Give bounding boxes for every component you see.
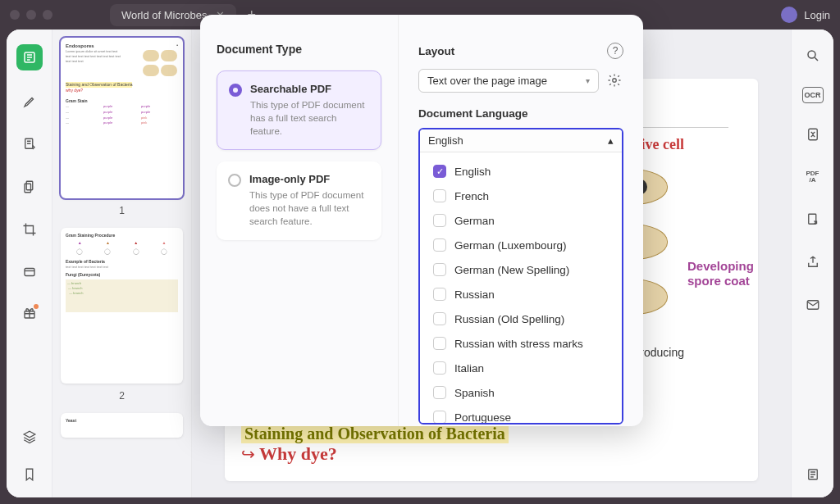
ocr-settings-dialog: Document Type Searchable PDF This type o… bbox=[200, 15, 643, 426]
svg-rect-9 bbox=[808, 214, 815, 224]
layout-select[interactable]: Text over the page image ▾ bbox=[418, 69, 599, 93]
language-label: Russian (Old Spelling) bbox=[454, 313, 564, 325]
reader-mode-icon[interactable] bbox=[16, 44, 43, 70]
checkbox-icon[interactable] bbox=[433, 361, 446, 375]
language-dropdown-list: ✓ English French German German (Luxembou… bbox=[420, 152, 622, 423]
language-option-english[interactable]: ✓ English bbox=[420, 159, 622, 184]
checkbox-icon[interactable] bbox=[433, 312, 446, 325]
bookmark-icon[interactable] bbox=[18, 463, 41, 486]
layout-select-value: Text over the page image bbox=[427, 75, 547, 87]
thumbnail-page-number-1: 1 bbox=[61, 205, 183, 216]
language-option-french[interactable]: French bbox=[420, 184, 622, 208]
svg-point-12 bbox=[613, 78, 617, 82]
crop-icon[interactable] bbox=[18, 218, 41, 241]
document-language-label: Document Language bbox=[418, 107, 623, 120]
language-label: Italian bbox=[454, 362, 484, 375]
language-option-russian-stress[interactable]: Russian with stress marks bbox=[420, 331, 622, 356]
copy-pages-icon[interactable] bbox=[18, 175, 41, 198]
mail-icon[interactable] bbox=[801, 293, 824, 316]
checkbox-icon[interactable] bbox=[433, 386, 446, 399]
zoom-window-button[interactable] bbox=[43, 10, 52, 20]
checkbox-icon[interactable] bbox=[433, 337, 446, 350]
language-option-german[interactable]: German bbox=[420, 208, 622, 233]
checkbox-icon[interactable] bbox=[433, 411, 446, 423]
checkbox-icon[interactable] bbox=[433, 288, 446, 301]
dialog-right-pane: Layout ? Text over the page image ▾ Docu… bbox=[399, 15, 643, 426]
left-tool-strip bbox=[7, 30, 52, 497]
language-option-german-luxembourg[interactable]: German (Luxembourg) bbox=[420, 233, 622, 257]
checkbox-icon[interactable] bbox=[433, 189, 446, 202]
redact-icon[interactable] bbox=[18, 261, 41, 284]
option-description: This type of PDF document does not have … bbox=[249, 188, 370, 228]
language-option-spanish[interactable]: Spanish bbox=[420, 380, 622, 405]
page-thumbnail-2[interactable]: Gram Staining Procedure ▲▲▲▲ ◯◯◯◯ Exampl… bbox=[61, 228, 183, 384]
layers-icon[interactable] bbox=[18, 425, 41, 448]
chevron-up-icon: ▴ bbox=[608, 134, 614, 147]
help-icon[interactable]: ? bbox=[607, 43, 623, 59]
language-label: Russian with stress marks bbox=[454, 338, 583, 350]
svg-rect-4 bbox=[25, 269, 34, 276]
share-icon[interactable] bbox=[801, 251, 824, 274]
traffic-lights bbox=[10, 10, 52, 20]
search-icon[interactable] bbox=[801, 44, 824, 67]
page-bottom-annot: Staining and Observation of Bacteria ↪ W… bbox=[241, 425, 509, 465]
svg-rect-3 bbox=[25, 184, 31, 193]
gear-icon[interactable] bbox=[607, 73, 623, 89]
highlighter-icon[interactable] bbox=[18, 90, 41, 113]
document-type-heading: Document Type bbox=[217, 43, 381, 56]
extract-page-icon[interactable] bbox=[801, 208, 824, 231]
language-label: Russian bbox=[454, 288, 495, 301]
language-input-value: English bbox=[428, 134, 463, 147]
user-avatar[interactable] bbox=[781, 7, 797, 23]
language-option-russian[interactable]: Russian bbox=[420, 282, 622, 306]
language-label: German (New Spelling) bbox=[454, 264, 569, 276]
arrow-drawing: ↪ bbox=[241, 445, 259, 463]
checkbox-icon[interactable] bbox=[433, 214, 446, 227]
option-description: This type of PDF document has a full tex… bbox=[250, 98, 369, 138]
language-combobox: English ▴ ✓ English French German bbox=[418, 128, 623, 425]
tab-title: World of Microbes bbox=[121, 9, 208, 21]
page-thumbnail-panel: Endospores• Lorem ipsum dolor sit amet t… bbox=[52, 30, 192, 497]
handwriting-spore-coat: Developingspore coat bbox=[687, 259, 758, 288]
right-tool-strip: OCR PDF/A bbox=[791, 30, 833, 497]
option-image-only-pdf[interactable]: Image-only PDF This type of PDF document… bbox=[217, 161, 381, 239]
language-option-russian-old-spelling[interactable]: Russian (Old Spelling) bbox=[420, 306, 622, 331]
language-option-italian[interactable]: Italian bbox=[420, 356, 622, 380]
checkbox-icon[interactable] bbox=[433, 238, 446, 252]
chevron-down-icon: ▾ bbox=[586, 76, 590, 85]
language-label: English bbox=[454, 166, 491, 178]
option-title: Image-only PDF bbox=[249, 173, 370, 185]
checkbox-checked-icon[interactable]: ✓ bbox=[433, 165, 446, 178]
svg-point-7 bbox=[808, 51, 815, 58]
pdfa-icon[interactable]: PDF/A bbox=[801, 166, 824, 188]
staining-heading: Staining and Observation of Bacteria bbox=[241, 425, 509, 443]
language-option-german-new-spelling[interactable]: German (New Spelling) bbox=[420, 257, 622, 282]
svg-rect-2 bbox=[26, 181, 33, 190]
compress-icon[interactable] bbox=[801, 123, 824, 146]
gift-icon[interactable] bbox=[18, 303, 41, 326]
thumbnail-page-number-2: 2 bbox=[61, 390, 183, 402]
ocr-icon[interactable]: OCR bbox=[802, 87, 824, 103]
option-title: Searchable PDF bbox=[250, 83, 369, 95]
radio-searchable-pdf[interactable] bbox=[229, 84, 242, 97]
language-option-portuguese[interactable]: Portuguese bbox=[420, 405, 622, 423]
page-thumbnail-1[interactable]: Endospores• Lorem ipsum dolor sit amet t… bbox=[61, 38, 183, 198]
radio-image-only-pdf[interactable] bbox=[228, 174, 241, 187]
option-searchable-pdf[interactable]: Searchable PDF This type of PDF document… bbox=[217, 70, 381, 150]
checkbox-icon[interactable] bbox=[433, 263, 446, 276]
language-label: Portuguese bbox=[454, 411, 511, 424]
language-label: Spanish bbox=[454, 387, 495, 399]
language-label: French bbox=[454, 190, 489, 202]
properties-icon[interactable] bbox=[801, 463, 824, 486]
dialog-left-pane: Document Type Searchable PDF This type o… bbox=[200, 15, 399, 426]
login-label[interactable]: Login bbox=[804, 9, 830, 21]
language-label: German bbox=[454, 215, 495, 227]
layout-label: Layout bbox=[418, 45, 454, 57]
why-dye-handwriting: Why dye? bbox=[259, 443, 337, 464]
close-window-button[interactable] bbox=[10, 10, 20, 20]
language-label: German (Luxembourg) bbox=[454, 239, 567, 252]
page-thumbnail-3[interactable]: Yeast bbox=[61, 413, 183, 438]
language-input[interactable]: English ▴ bbox=[420, 129, 622, 152]
edit-document-icon[interactable] bbox=[18, 133, 41, 156]
minimize-window-button[interactable] bbox=[26, 10, 36, 20]
